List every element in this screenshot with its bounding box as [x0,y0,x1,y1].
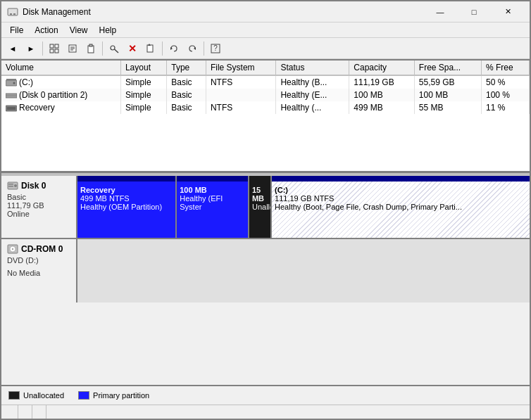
partition-header-efi [177,176,248,182]
svg-text:?: ? [213,44,218,52]
cell-layout: Simple [120,101,166,114]
disk-0-status: Online [7,210,70,218]
svg-rect-2 [10,13,12,15]
disk-0-partitions: Recovery 499 MB NTFS Healthy (OEM Partit… [77,176,530,238]
partition-recovery-name: Recovery [80,186,173,194]
maximize-button[interactable]: □ [458,2,490,22]
key-button[interactable] [106,40,123,57]
cell-capacity: 499 MB [349,101,415,114]
properties-button[interactable] [64,40,81,57]
cell-capacity: 100 MB [349,89,415,101]
undo-button[interactable] [165,40,182,57]
menu-action[interactable]: Action [29,24,63,37]
legend-unalloc-label: Unallocated [23,391,64,400]
table-row[interactable]: (C:)SimpleBasicNTFSHealthy (B...111,19 G… [1,75,530,89]
cell-volume: Recovery [1,101,120,114]
cell-percent_free: 11 % [482,101,530,114]
svg-rect-32 [8,184,13,185]
table-row[interactable]: (Disk 0 partition 2)SimpleBasicHealthy (… [1,89,530,101]
cdrom-0-status: No Media [7,269,70,277]
legend-bar: Unallocated Primary partition [1,385,530,405]
partition-efi-content: 100 MB Healthy (EFI Syster [180,179,245,211]
legend-unallocated: Unallocated [8,391,64,400]
cell-free_space: 55,59 GB [414,75,481,89]
delete-button[interactable]: ✕ [124,40,141,57]
cdrom-icon [7,243,18,255]
svg-rect-7 [55,49,58,53]
cell-percent_free: 50 % [482,75,530,89]
cell-status: Healthy (... [276,101,349,114]
redo-button[interactable] [184,40,201,57]
title-text: Disk Management [23,7,424,17]
cell-status: Healthy (E... [276,89,349,101]
partition-unallocated[interactable]: 15 MB Unalloca... [249,176,272,238]
col-filesystem: File System [206,61,276,75]
partition-c-content: (C:) 111,19 GB NTFS Healthy (Boot, Page … [275,179,527,211]
table-row[interactable]: RecoverySimpleBasicNTFSHealthy (...499 M… [1,101,530,114]
back-button[interactable]: ◄ [4,40,21,57]
svg-rect-1 [8,9,17,15]
status-segment-3 [32,405,46,419]
cell-volume: (C:) [1,75,120,89]
partition-recovery[interactable]: Recovery 499 MB NTFS Healthy (OEM Partit… [77,176,177,238]
legend-swatch-unalloc [8,391,20,400]
svg-point-14 [111,46,115,50]
partition-efi[interactable]: 100 MB Healthy (EFI Syster [177,176,249,238]
partition-unalloc-detail: Unalloca... [252,203,268,211]
menu-view[interactable]: View [64,24,94,37]
content-area: Volume Layout Type File System Status Ca… [1,59,530,385]
menu-file[interactable]: File [4,24,29,37]
svg-rect-4 [50,44,54,48]
view-button[interactable] [46,40,63,57]
svg-point-25 [13,82,15,84]
forward-button[interactable]: ► [23,40,39,57]
cell-type: Basic [167,75,206,89]
col-status: Status [276,61,349,75]
menu-help[interactable]: Help [94,24,123,37]
toolbar-separator-1 [42,42,43,56]
partition-c-name: (C:) [275,186,527,194]
svg-rect-24 [6,79,16,80]
svg-point-36 [12,248,13,250]
disk-visualization[interactable]: Disk 0 Basic 111,79 GB Online Recovery 4… [1,176,530,385]
svg-rect-29 [7,107,15,110]
col-freespace: Free Spa... [414,61,481,75]
cdrom-0-partition [77,239,530,303]
toolbar-separator-4 [204,42,204,56]
title-bar: Disk Management — □ ✕ [1,1,530,23]
help-button[interactable]: ? [207,40,224,57]
cell-filesystem [206,89,276,101]
cell-filesystem: NTFS [206,101,276,114]
cell-filesystem: NTFS [206,75,276,89]
cell-layout: Simple [120,89,166,101]
svg-rect-23 [6,80,17,86]
disk-icon [7,180,18,191]
window-controls: — □ ✕ [424,2,524,22]
cdrom-0-label: CD-ROM 0 DVD (D:) No Media [1,239,77,303]
new-button[interactable] [142,40,159,57]
col-volume: Volume [1,61,120,75]
partition-recovery-size: 499 MB NTFS [80,194,173,203]
toolbar-separator-2 [102,42,103,56]
cell-free_space: 100 MB [414,89,481,101]
legend-primary: Primary partition [78,391,149,400]
partition-c-detail: Healthy (Boot, Page File, Crash Dump, Pr… [275,203,527,211]
partition-c[interactable]: (C:) 111,19 GB NTFS Healthy (Boot, Page … [272,176,530,238]
col-capacity: Capacity [349,61,415,75]
minimize-button[interactable]: — [424,2,456,22]
disk-0-row: Disk 0 Basic 111,79 GB Online Recovery 4… [1,176,530,239]
close-button[interactable]: ✕ [492,2,524,22]
partition-unalloc-content: 15 MB Unalloca... [252,179,268,211]
volume-table-container[interactable]: Volume Layout Type File System Status Ca… [1,61,530,173]
cdrom-0-type: DVD (D:) [7,256,70,265]
col-layout: Layout [120,61,166,75]
cell-volume: (Disk 0 partition 2) [1,89,120,101]
disk-0-size: 111,79 GB [7,201,70,210]
disk-0-name: Disk 0 [21,181,46,191]
cell-free_space: 55 MB [414,101,481,114]
clipboard-button[interactable] [82,40,99,57]
cell-layout: Simple [120,75,166,89]
cdrom-0-row: CD-ROM 0 DVD (D:) No Media [1,239,530,303]
status-bar [1,405,530,419]
svg-rect-3 [13,13,15,15]
